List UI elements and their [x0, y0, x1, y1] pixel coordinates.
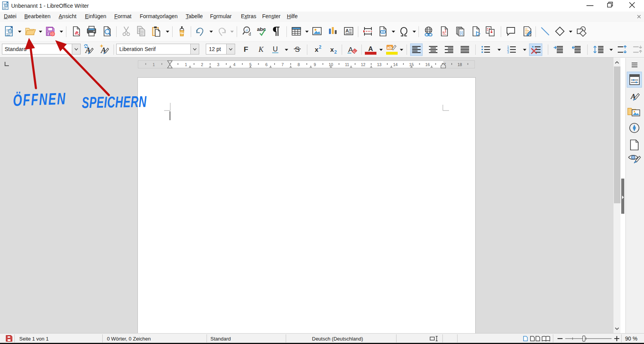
- svg-text:11: 11: [345, 62, 349, 67]
- svg-text:A: A: [348, 46, 353, 54]
- svg-text:18: 18: [458, 62, 462, 67]
- svg-text:14: 14: [393, 62, 398, 67]
- svg-text:2: 2: [319, 44, 322, 50]
- svg-text:2: 2: [201, 62, 203, 67]
- svg-text:4: 4: [233, 62, 236, 67]
- svg-text:d: d: [249, 31, 251, 37]
- svg-text:S: S: [295, 45, 300, 53]
- svg-text:6: 6: [265, 62, 268, 67]
- svg-text:x: x: [330, 46, 334, 53]
- svg-text:3: 3: [217, 62, 219, 67]
- svg-text:ab: ab: [387, 45, 392, 50]
- svg-text:K: K: [258, 45, 264, 53]
- svg-text:9: 9: [314, 62, 316, 67]
- svg-text:A: A: [368, 45, 373, 53]
- svg-text:A: A: [346, 28, 349, 34]
- svg-text:F: F: [244, 45, 248, 53]
- svg-text:abc: abc: [257, 26, 266, 32]
- svg-text:16: 16: [425, 62, 430, 67]
- svg-text:8: 8: [298, 62, 300, 67]
- svg-text:x: x: [315, 46, 319, 53]
- svg-text:2: 2: [334, 49, 337, 55]
- svg-text:7: 7: [281, 62, 284, 67]
- svg-text:[i]: [i]: [460, 31, 463, 35]
- svg-text:a: a: [246, 27, 248, 32]
- svg-text:13: 13: [377, 62, 381, 67]
- svg-text:1: 1: [444, 28, 447, 34]
- svg-text:3: 3: [507, 50, 509, 54]
- svg-text:U: U: [273, 45, 278, 53]
- svg-text:12: 12: [361, 62, 366, 67]
